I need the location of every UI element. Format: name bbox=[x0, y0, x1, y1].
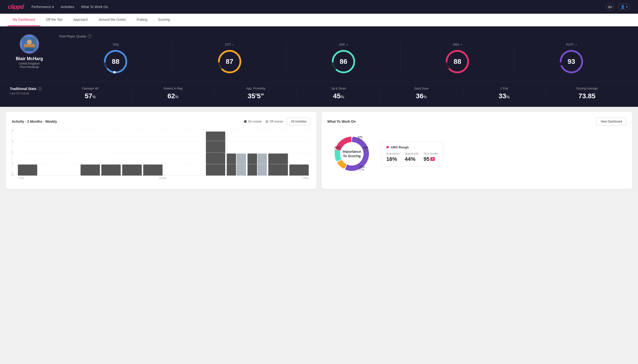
off-course-bar bbox=[258, 154, 267, 176]
wtwo-card-title: ARG Rough bbox=[391, 146, 409, 149]
score-trend-arrow: ↗ bbox=[346, 44, 348, 46]
scores-title: Total Player Quality ? bbox=[59, 34, 628, 38]
ring-putt: 93 bbox=[559, 50, 584, 74]
stats-bar: Traditional Stats ? Last 20 rounds Fairw… bbox=[0, 82, 638, 107]
chart-inner: 4 3 2 1 0 bbox=[12, 129, 311, 176]
wtwo-title: What To Work On bbox=[327, 120, 356, 124]
activity-chart-panel: Activity - 3 Months - Weekly On course O… bbox=[6, 112, 317, 189]
ring-ott: 87 bbox=[218, 50, 242, 74]
stats-subtitle: Last 20 rounds bbox=[10, 92, 49, 95]
on-course-dot bbox=[244, 120, 247, 123]
svg-point-1 bbox=[27, 40, 32, 44]
y-labels: 4 3 2 1 0 bbox=[12, 129, 14, 176]
hero-section: Blair McHarg United Kingdom Plus Handica… bbox=[0, 26, 638, 82]
shot-quality-badge: ▼ bbox=[431, 157, 435, 161]
svg-rect-3 bbox=[24, 44, 35, 48]
chart-title: Activity - 3 Months - Weekly bbox=[12, 120, 57, 124]
bar-group bbox=[101, 164, 121, 176]
bar-group bbox=[143, 164, 162, 176]
top-nav: clippd Performance ▾ Activities What To … bbox=[0, 0, 638, 14]
avatar bbox=[20, 34, 39, 54]
user-menu[interactable]: 👤 ▾ bbox=[618, 4, 630, 10]
bottom-row: Activity - 3 Months - Weekly On course O… bbox=[0, 107, 638, 194]
nav-performance[interactable]: Performance ▾ bbox=[32, 5, 54, 9]
stats-label-area: Traditional Stats ? Last 20 rounds bbox=[10, 87, 49, 95]
on-course-bar bbox=[81, 164, 100, 176]
bar-group bbox=[248, 154, 267, 176]
tab-my-dashboard[interactable]: My Dashboard bbox=[8, 14, 40, 26]
player-name: Blair McHarg bbox=[16, 56, 43, 61]
score-item-putt: PUTT↗ 93 bbox=[515, 43, 628, 74]
wtwo-metric-opportunity: Opportunity 44% bbox=[405, 152, 419, 162]
what-to-work-on-panel: What To Work On View Dashboard Importanc… bbox=[321, 112, 632, 189]
wtwo-panel-header: What To Work On View Dashboard bbox=[327, 118, 626, 126]
x-labels: 7 Feb 28 Mar 9 May bbox=[12, 176, 311, 180]
donut-outer-labels: OTT 10% APP 12% ARG 21% PUTT bbox=[327, 129, 376, 178]
traditional-stats-title: Traditional Stats ? bbox=[10, 87, 49, 91]
stats-items: Fairways Hit 57% Greens In Reg 62% App. … bbox=[49, 87, 628, 100]
stat-item-3: Up & Down 45% bbox=[297, 87, 380, 100]
wtwo-dot bbox=[386, 146, 389, 148]
bar-group bbox=[81, 164, 100, 176]
donut-label-app: APP 12% bbox=[363, 146, 368, 152]
stat-item-4: Sand Save 36% bbox=[380, 87, 463, 100]
score-item-ott: OTT↗ 87 bbox=[173, 43, 286, 74]
legend-off-course: Off course bbox=[266, 120, 283, 123]
tpq-info-icon[interactable]: ? bbox=[88, 34, 92, 38]
ring-arg: 88 bbox=[445, 50, 470, 74]
on-course-bar bbox=[268, 154, 288, 176]
nav-activities[interactable]: Activities bbox=[61, 5, 74, 9]
all-activities-button[interactable]: All Activities bbox=[287, 118, 311, 126]
bar-group bbox=[206, 132, 225, 176]
score-item-arg: ARG↗ 88 bbox=[400, 43, 514, 74]
stat-item-5: 1 Putt 33% bbox=[463, 87, 546, 100]
score-trend-arrow: ↗ bbox=[575, 44, 577, 46]
donut-label-arg: ARG 21% bbox=[359, 166, 364, 171]
off-course-dot bbox=[266, 120, 268, 123]
stat-item-6: Scoring Average 73.85 bbox=[546, 87, 628, 100]
tab-scoring[interactable]: Scoring bbox=[153, 14, 174, 26]
stat-item-2: App. Proximity 35'5" bbox=[215, 87, 297, 100]
legend-on-course: On course bbox=[244, 120, 262, 123]
logo[interactable]: clippd bbox=[8, 4, 24, 10]
off-course-bar bbox=[237, 154, 246, 176]
scores-grid: TPQ 88 OTT↗ 87 APP↗ 86 ARG↗ 88 PUTT↗ bbox=[59, 43, 628, 74]
player-handicap: Plus Handicap bbox=[20, 65, 39, 69]
donut-label-putt: PUTT 57% bbox=[335, 146, 341, 152]
add-button[interactable]: ⊕ ▾ bbox=[606, 3, 614, 11]
score-item-tpq: TPQ 88 bbox=[59, 43, 173, 74]
ring-tpq: 88 bbox=[103, 50, 128, 74]
on-course-bar bbox=[248, 154, 257, 176]
bar-group bbox=[289, 164, 309, 176]
score-trend-arrow: ↗ bbox=[460, 44, 462, 46]
stats-info-icon[interactable]: ? bbox=[38, 87, 42, 91]
tab-off-the-tee[interactable]: Off the Tee bbox=[41, 14, 67, 26]
on-course-bar bbox=[289, 164, 309, 176]
nav-right: ⊕ ▾ 👤 ▾ bbox=[606, 3, 630, 11]
nav-what-to-work-on[interactable]: What To Work On bbox=[81, 5, 108, 9]
wtwo-metric-shot-quality: Shot Quality 95 ▼ bbox=[423, 152, 438, 162]
score-item-app: APP↗ 86 bbox=[287, 43, 400, 74]
donut-area: Importance To Scoring OTT 10% APP 12% bbox=[327, 129, 626, 178]
ring-app: 86 bbox=[331, 50, 356, 74]
bar-group bbox=[18, 164, 37, 176]
chart-panel-header: Activity - 3 Months - Weekly On course O… bbox=[12, 118, 311, 126]
view-dashboard-button[interactable]: View Dashboard bbox=[596, 118, 626, 126]
tabs-bar: My Dashboard Off the Tee Approach Around… bbox=[0, 14, 638, 26]
stat-item-1: Greens In Reg 62% bbox=[132, 87, 215, 100]
nav-links: Performance ▾ Activities What To Work On bbox=[32, 5, 598, 9]
wtwo-metric-importance: Importance 16% bbox=[386, 152, 400, 162]
player-card: Blair McHarg United Kingdom Plus Handica… bbox=[10, 34, 49, 69]
on-course-bar bbox=[122, 164, 141, 176]
tab-around-the-green[interactable]: Around the Green bbox=[94, 14, 131, 26]
on-course-bar bbox=[101, 164, 121, 176]
tab-approach[interactable]: Approach bbox=[68, 14, 93, 26]
scores-area: Total Player Quality ? TPQ 88 OTT↗ 87 AP… bbox=[59, 34, 628, 74]
wtwo-metrics: Importance 16% Opportunity 44% Shot Qual… bbox=[386, 152, 438, 162]
wtwo-info-header: ARG Rough bbox=[386, 146, 438, 149]
on-course-bar bbox=[143, 164, 162, 176]
donut-chart: Importance To Scoring OTT 10% APP 12% bbox=[327, 129, 376, 178]
donut-label-ott: OTT 10% bbox=[358, 136, 363, 142]
bar-group bbox=[122, 164, 141, 176]
tab-putting[interactable]: Putting bbox=[132, 14, 152, 26]
